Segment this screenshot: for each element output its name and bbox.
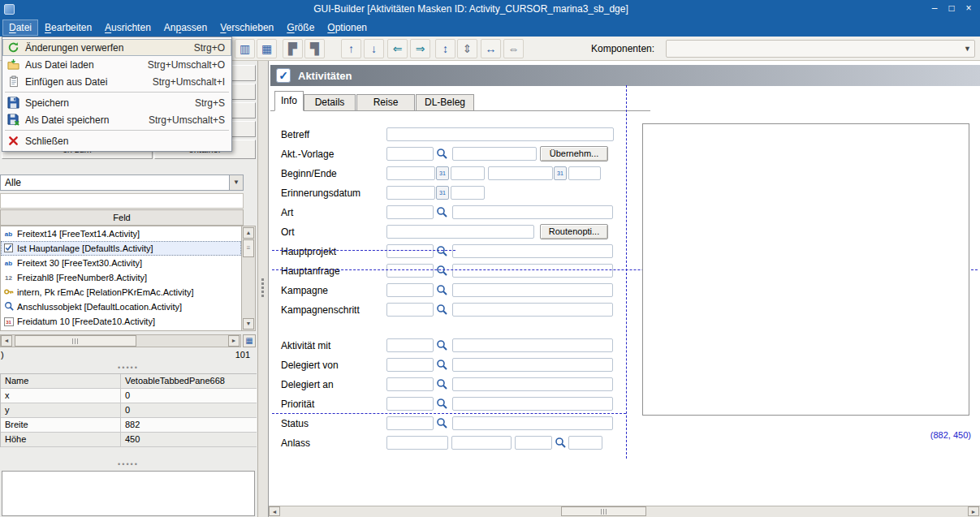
designer-panel-placeholder[interactable]: [642, 123, 969, 416]
lookup-icon[interactable]: [436, 359, 448, 372]
scroll-right-button[interactable]: ►: [228, 335, 240, 347]
aktivitaet-mit-text-input[interactable]: [452, 338, 613, 352]
hauptanfrage-text-input[interactable]: [452, 264, 613, 278]
move-left-button[interactable]: ⇐: [387, 39, 408, 58]
menu-item-einfuegen-aus-datei[interactable]: Einfügen aus Datei Strg+Umschalt+I: [2, 73, 231, 90]
lookup-icon[interactable]: [555, 437, 567, 450]
calendar-button[interactable]: 31: [436, 186, 449, 200]
erinnerungsdatum-input[interactable]: [386, 186, 435, 200]
menu-item-aus-datei-laden[interactable]: Aus Datei laden Strg+Umschalt+O: [2, 56, 231, 73]
status-input[interactable]: [386, 416, 434, 430]
uebernehmen-button[interactable]: Übernehm...: [540, 146, 608, 162]
lookup-icon[interactable]: [436, 304, 448, 317]
resize-width-button[interactable]: ↔: [481, 39, 501, 58]
menubar-item-datei[interactable]: Datei: [2, 19, 38, 36]
komponenten-combobox[interactable]: ▼: [666, 40, 975, 58]
move-right-button[interactable]: ⇒: [410, 39, 430, 58]
beginn-date-input[interactable]: [386, 166, 435, 180]
layout-grid-button[interactable]: ▦: [257, 39, 277, 58]
match-height-button[interactable]: ⇕: [457, 39, 477, 58]
kampagnenschritt-text-input[interactable]: [452, 303, 613, 317]
property-value[interactable]: 882: [121, 418, 257, 432]
menubar-item-groesse[interactable]: Größe: [280, 19, 321, 36]
hauptprojekt-input[interactable]: [386, 244, 434, 258]
list-item[interactable]: 12 Freizahl8 [FreeNumber8.Activity]: [1, 270, 241, 285]
delegiert-von-text-input[interactable]: [452, 358, 613, 372]
aktivitaet-mit-input[interactable]: [386, 338, 434, 352]
scroll-left-button[interactable]: ◄: [1, 335, 12, 347]
lookup-icon[interactable]: [436, 417, 448, 430]
scrollbar-thumb[interactable]: [561, 506, 646, 516]
list-item[interactable]: ab Freitext14 [FreeText14.Activity]: [1, 226, 241, 241]
vertical-splitter[interactable]: [258, 61, 268, 517]
list-item[interactable]: intern, Pk rEmAc [RelationPKrEmAc.Activi…: [1, 285, 241, 299]
hauptanfrage-input[interactable]: [386, 264, 434, 278]
list-item[interactable]: Anschlussobjekt [DefaultLocation.Activit…: [1, 299, 241, 314]
akt-vorlage-text-input[interactable]: [452, 147, 537, 161]
property-row[interactable]: Höhe 450: [1, 433, 257, 447]
delegiert-von-input[interactable]: [386, 358, 434, 372]
lookup-icon[interactable]: [436, 284, 448, 297]
layout-columns-button[interactable]: ▥: [235, 39, 255, 58]
scroll-up-button[interactable]: ▲: [243, 227, 254, 239]
tab-info[interactable]: Info: [274, 91, 304, 111]
property-row[interactable]: y 0: [1, 403, 257, 418]
form-header[interactable]: ✓ Aktivitäten: [270, 65, 980, 86]
match-width-button[interactable]: ⇔: [503, 39, 524, 58]
tab-details[interactable]: Details: [304, 94, 356, 111]
menubar-item-verschieben[interactable]: Verschieben: [214, 19, 280, 36]
field-list-horizontal-scrollbar[interactable]: ◄ ►: [0, 334, 241, 347]
lookup-icon[interactable]: [436, 265, 448, 278]
minimize-button[interactable]: –: [927, 2, 942, 15]
menu-item-aenderungen-verwerfen[interactable]: Änderungen verwerfen Strg+O: [2, 39, 231, 56]
kampagne-input[interactable]: [386, 283, 434, 297]
property-value[interactable]: 0: [121, 389, 257, 403]
akt-vorlage-input[interactable]: [386, 147, 434, 161]
tab-reise[interactable]: Reise: [356, 94, 415, 111]
designer-horizontal-scrollbar[interactable]: ◄ ►: [269, 506, 980, 517]
property-row[interactable]: Breite 882: [1, 418, 257, 433]
resize-height-button[interactable]: ↕: [435, 39, 455, 58]
list-item-selected[interactable]: Ist Hauptanlage [DefaultIs.Activity]: [1, 241, 241, 256]
chevron-down-icon[interactable]: ▼: [229, 175, 243, 190]
prioritaet-input[interactable]: [386, 397, 434, 411]
menu-item-schliessen[interactable]: Schließen: [2, 132, 231, 149]
snap-top-right-button[interactable]: ▜: [304, 39, 325, 58]
property-value[interactable]: 450: [121, 433, 257, 446]
prioritaet-text-input[interactable]: [452, 397, 613, 411]
ende-date-input[interactable]: [488, 166, 553, 180]
property-value[interactable]: VetoableTabbedPane668: [121, 374, 257, 388]
scroll-right-button[interactable]: ►: [968, 506, 979, 516]
lookup-icon[interactable]: [436, 339, 448, 352]
menubar-item-optionen[interactable]: Optionen: [321, 19, 373, 36]
table-view-button[interactable]: ▦: [243, 334, 256, 347]
hauptprojekt-text-input[interactable]: [452, 244, 613, 258]
scrollbar-thumb[interactable]: [15, 335, 136, 347]
erinnerung-time-input[interactable]: [451, 186, 485, 200]
property-row[interactable]: Name VetoableTabbedPane668: [1, 374, 257, 389]
scroll-down-button[interactable]: ▼: [243, 318, 254, 330]
delegiert-an-input[interactable]: [386, 377, 434, 391]
delegiert-an-text-input[interactable]: [452, 377, 613, 391]
splitter-handle[interactable]: •••••: [0, 461, 257, 467]
calendar-button[interactable]: 31: [436, 166, 449, 180]
lookup-icon[interactable]: [436, 245, 448, 258]
kampagnenschritt-input[interactable]: [386, 303, 434, 317]
anlass-input-2[interactable]: [451, 436, 512, 450]
kampagne-text-input[interactable]: [452, 283, 613, 297]
menubar-item-bearbeiten[interactable]: Bearbeiten: [38, 19, 98, 36]
field-search-box[interactable]: [0, 193, 244, 209]
lookup-icon[interactable]: [436, 378, 448, 391]
move-up-button[interactable]: ↑: [341, 39, 361, 58]
lookup-icon[interactable]: [436, 398, 448, 411]
lookup-icon[interactable]: [436, 206, 448, 219]
calendar-button[interactable]: 31: [554, 166, 567, 180]
scrollbar-thumb[interactable]: ≡: [243, 239, 254, 257]
list-item[interactable]: ab Freitext 30 [FreeText30.Activity]: [1, 256, 241, 270]
snap-top-left-button[interactable]: ▛: [283, 39, 303, 58]
property-value[interactable]: 0: [121, 403, 257, 417]
property-row[interactable]: x 0: [1, 389, 257, 403]
maximize-button[interactable]: □: [944, 2, 959, 15]
menubar-item-ausrichten[interactable]: Ausrichten: [98, 19, 158, 36]
field-list-vertical-scrollbar[interactable]: ▲ ≡ ▼: [241, 226, 256, 331]
